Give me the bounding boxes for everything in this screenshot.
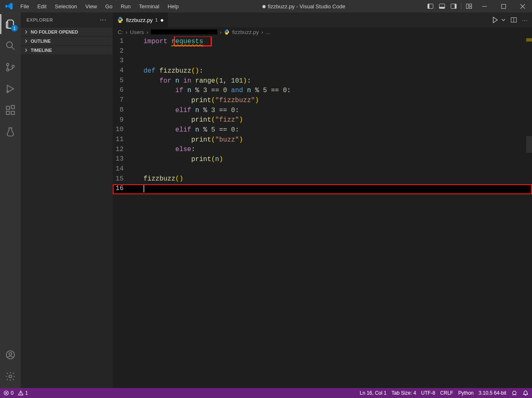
explorer-badge: 1 (11, 25, 18, 32)
token: ) (219, 156, 223, 163)
title-suffix: - Visual Studio Code (296, 3, 345, 10)
gutter: 1 2 3 4 5 6 7 8 9 10 11 12 13 14 15 16 (113, 37, 131, 388)
activity-extensions[interactable] (0, 100, 20, 120)
feedback-icon (511, 390, 517, 396)
status-notifications[interactable] (522, 390, 529, 396)
token: for (159, 77, 171, 85)
token: == (271, 87, 279, 94)
run-button[interactable] (491, 16, 499, 24)
overview-ruler[interactable] (526, 37, 532, 388)
editor-more-button[interactable]: ··· (522, 17, 528, 23)
svg-rect-10 (501, 4, 505, 8)
token: % (255, 87, 259, 94)
token: print (191, 136, 211, 144)
menu-go[interactable]: Go (102, 2, 116, 11)
svg-point-23 (9, 353, 12, 356)
token: n (175, 77, 180, 85)
menu-view[interactable]: View (82, 2, 101, 11)
text-cursor (143, 185, 144, 193)
status-cursor-pos[interactable]: Ln 16, Col 1 (360, 390, 386, 396)
tab-fizzbuzz[interactable]: fizzbuzz.py 1 ● (113, 12, 168, 27)
layout-toggle-panel[interactable] (436, 0, 448, 12)
token: fizzbuzz (159, 67, 191, 75)
status-eol[interactable]: CRLF (440, 390, 453, 396)
token: 5 (263, 87, 267, 94)
status-feedback[interactable] (511, 390, 517, 396)
section-label: TIMELINE (31, 48, 52, 53)
breadcrumbs[interactable]: C: › Users › › fizzbuzz.py › ... (113, 27, 532, 37)
minimap-slider[interactable] (526, 136, 532, 153)
menu-help[interactable]: Help (164, 2, 182, 11)
svg-point-25 (119, 17, 119, 18)
window-minimize[interactable] (475, 0, 494, 12)
token: % (203, 107, 207, 114)
token: "fizz" (215, 116, 239, 124)
activity-accounts[interactable] (0, 345, 20, 365)
token: range (195, 77, 215, 85)
status-interpreter[interactable]: 3.10.5 64-bit (479, 390, 506, 396)
bc-file[interactable]: fizzbuzz.py (232, 29, 259, 35)
svg-rect-1 (428, 4, 430, 9)
section-no-folder[interactable]: NO FOLDER OPENED (21, 27, 112, 36)
status-tab-size[interactable]: Tab Size: 4 (391, 390, 416, 396)
activity-settings[interactable] (0, 366, 20, 386)
section-outline[interactable]: OUTLINE (21, 36, 112, 45)
svg-rect-19 (11, 111, 15, 115)
gutter-line: 6 (113, 85, 124, 95)
svg-point-11 (7, 42, 12, 48)
menu-terminal[interactable]: Terminal (135, 2, 163, 11)
vscode-logo (3, 0, 15, 12)
token: ( (215, 77, 219, 85)
chevron-right-icon: › (261, 29, 263, 35)
token: else (175, 146, 191, 153)
statusbar: 0 1 Ln 16, Col 1 Tab Size: 4 UTF-8 CRLF … (0, 388, 532, 398)
tab-problem-count: 1 (155, 17, 158, 22)
menu-file[interactable]: File (17, 2, 33, 11)
activity-explorer[interactable]: 1 (0, 14, 20, 34)
svg-rect-7 (469, 4, 472, 6)
bc-tail[interactable]: ... (266, 29, 270, 35)
bc-folder[interactable]: Users (130, 29, 144, 35)
run-dropdown[interactable] (501, 18, 505, 22)
svg-rect-8 (469, 7, 472, 9)
gutter-line: 4 (113, 66, 124, 76)
gutter-line: 10 (113, 125, 124, 135)
customize-layout[interactable] (463, 0, 475, 12)
menu-bar: File Edit Selection View Go Run Terminal… (17, 2, 182, 11)
sidebar-more-icon[interactable]: ··· (100, 16, 107, 24)
svg-rect-3 (440, 7, 445, 9)
layout-toggle-secondary-sidebar[interactable] (448, 0, 459, 12)
bell-icon (522, 390, 529, 396)
token: n (195, 126, 199, 134)
chevron-right-icon: › (146, 29, 148, 35)
token: : (235, 107, 239, 114)
token: print (191, 97, 211, 104)
section-timeline[interactable]: TIMELINE (21, 45, 112, 54)
code-lines[interactable]: import requests def fizzbuzz(): for n in… (143, 37, 532, 194)
token: , (223, 77, 231, 85)
token: == (211, 87, 219, 94)
activity-search[interactable] (0, 36, 20, 56)
svg-rect-5 (455, 4, 457, 9)
menu-run[interactable]: Run (117, 2, 134, 11)
token-requests: requests (171, 38, 203, 45)
bc-redacted (151, 29, 217, 34)
bc-root[interactable]: C: (118, 29, 123, 35)
menu-selection[interactable]: Selection (51, 2, 80, 11)
status-problems[interactable]: 0 1 (3, 390, 28, 396)
editor: fizzbuzz.py 1 ● ··· C: › Users (113, 12, 532, 388)
activity-run-debug[interactable] (0, 79, 20, 99)
menu-edit[interactable]: Edit (34, 2, 50, 11)
layout-toggle-primary-sidebar[interactable] (425, 0, 436, 12)
tab-dirty-icon[interactable]: ● (160, 17, 163, 23)
activity-testing[interactable] (0, 122, 20, 142)
token: elif (175, 126, 191, 134)
status-encoding[interactable]: UTF-8 (421, 390, 435, 396)
window-close[interactable] (513, 0, 532, 12)
code-editor[interactable]: 1 2 3 4 5 6 7 8 9 10 11 12 13 14 15 16 i… (113, 37, 532, 388)
window-maximize[interactable] (494, 0, 513, 12)
split-editor-button[interactable] (510, 17, 517, 23)
svg-point-14 (7, 69, 9, 71)
activity-source-control[interactable] (0, 57, 20, 77)
status-language[interactable]: Python (458, 390, 474, 396)
